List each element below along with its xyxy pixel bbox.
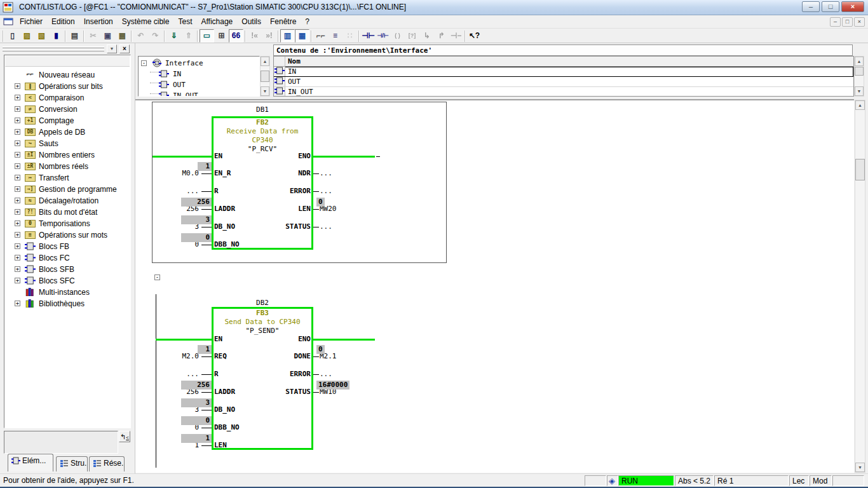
expand-icon[interactable]: + [15,278,20,283]
copy-icon[interactable]: ▣ [100,29,115,43]
sidebar-item-multi-instances[interactable]: Multi-instances [4,287,130,298]
cut-icon[interactable]: ✂ [86,29,100,43]
menu-affichage[interactable]: Affichage [196,15,237,29]
expand-icon[interactable]: + [15,232,20,238]
editor-scroll-track[interactable]: ▲▼ [855,100,865,473]
sidebar-item-appels-de-db[interactable]: +DBAppels de DB [4,126,130,138]
address-toggle-icon[interactable]: ▭ [200,29,214,43]
program-elements-icon[interactable]: ≡ [328,29,342,43]
mdi-restore-button[interactable]: □ [842,17,853,27]
sidebar-item-transfert[interactable]: +↦Transfert [4,172,130,184]
open-branch-icon[interactable]: ↳ [419,29,434,43]
collapse-box[interactable]: - [141,60,147,66]
scroll-down-icon[interactable]: ▼ [855,463,865,472]
mdi-close-button[interactable]: × [854,17,865,27]
menu-fichier[interactable]: Fichier [15,15,47,29]
expand-icon[interactable]: + [15,152,20,158]
contact-nc-icon[interactable]: ⊣/⊢ [376,29,390,43]
expand-icon[interactable]: + [15,106,20,112]
menu-syst-me-cible[interactable]: Système cible [118,15,174,29]
pane-dropdown-button[interactable]: ▼ [107,44,117,53]
sidebar-item-nombres-r-els[interactable]: +±RNombres réels [4,161,130,172]
interface-root-row[interactable]: - Interface [139,58,259,69]
detail-view-icon[interactable]: ▦ [295,29,309,43]
tab-stru[interactable]: Stru... [56,456,88,471]
close-branch-icon[interactable]: ↱ [434,29,449,43]
help-select-icon[interactable]: ↖? [467,29,482,43]
previous-error-icon[interactable]: !« [247,29,262,43]
expand-icon[interactable]: + [15,186,20,192]
overview-icon[interactable]: ▥ [280,29,295,43]
sidebar-item-op-rations-sur-mots[interactable]: +≡Opérations sur mots [4,229,130,241]
sidebar-item-temporisations[interactable]: +ΘTemporisations [4,218,130,229]
expand-icon[interactable]: + [15,266,20,272]
scroll-thumb[interactable] [261,71,269,82]
open-online-icon[interactable]: ▧ [34,29,49,43]
expand-icon[interactable]: + [15,140,20,146]
sidebar-item-comparaison[interactable]: +<Comparaison [4,92,130,104]
next-error-icon[interactable]: »! [262,29,276,43]
interface-scroll-track[interactable]: ▲▼ [260,56,270,97]
menu-insertion[interactable]: Insertion [79,15,118,29]
empty-network-icon[interactable]: ∷ [342,29,357,43]
sidebar-item-gestion-de-programme[interactable]: +→]Gestion de programme [4,184,130,195]
scroll-up-icon[interactable]: ▲ [261,57,269,66]
network-2[interactable]: -DB2FB3Send Data to CP340"P_SEND"ENENORE… [135,100,854,473]
db-label[interactable]: DB2 [212,299,313,307]
sidebar-item-blocs-sfc[interactable]: +Blocs SFC [4,275,130,287]
save-icon[interactable]: ▮ [49,29,64,43]
sidebar-item-blocs-fb[interactable]: +Blocs FB [4,241,130,252]
tab-el-m[interactable]: Elém... [8,454,53,471]
interface-item-out[interactable]: OUT [139,80,259,91]
restore-button[interactable]: □ [822,1,839,12]
contact-no-icon[interactable]: ⊣⊢ [361,29,376,43]
scroll-up-icon[interactable]: ▲ [855,100,865,110]
operand-req[interactable]: M2.0 [135,352,199,360]
expand-icon[interactable]: + [15,243,20,249]
expand-icon[interactable]: + [15,255,20,261]
expand-icon[interactable]: + [15,129,20,135]
sidebar-item-sauts[interactable]: +↪Sauts [4,138,130,149]
close-button[interactable]: × [841,1,864,12]
sidebar-item-nombres-entiers[interactable]: +±INombres entiers [4,149,130,161]
expand-icon[interactable]: + [15,163,20,169]
menu-[interactable]: ? [301,15,314,29]
minimize-button[interactable]: – [802,1,820,12]
menu-fen-tre[interactable]: Fenêtre [266,15,301,29]
table-row-out[interactable]: OUT [274,77,853,87]
table-scroll-track[interactable]: ▲▼ [854,56,864,97]
description-expand-button[interactable]: ↰< [119,431,130,442]
expand-icon[interactable]: + [15,220,20,226]
new-icon[interactable]: ▯ [5,29,20,43]
sidebar-item-blocs-sfb[interactable]: +Blocs SFB [4,264,130,275]
coil-icon[interactable]: ( ) [390,29,405,43]
pane-close-button[interactable]: × [119,44,130,53]
sidebar-item-op-rations-sur-bits[interactable]: +∥Opérations sur bits [4,81,130,92]
scroll-thumb[interactable] [855,159,865,180]
pane-grip2[interactable] [3,50,104,51]
expand-icon[interactable]: + [15,175,20,180]
sidebar-item-bits-du-mot-d-tat[interactable]: +?!Bits du mot d'état [4,207,130,218]
monitor-icon[interactable]: 66 [229,29,243,43]
mdi-minimize-button[interactable]: – [830,17,841,27]
sidebar-item-blocs-fc[interactable]: +Blocs FC [4,252,130,264]
interface-item-in[interactable]: IN [139,69,259,80]
redo-icon[interactable]: ↷ [148,29,163,43]
expand-icon[interactable]: + [15,95,20,100]
table-row-in-out[interactable]: IN_OUT [274,87,853,97]
scroll-down-icon[interactable]: ▼ [855,86,864,96]
empty-box-icon[interactable]: [?] [405,29,419,43]
download-icon[interactable]: ⇓ [166,29,181,43]
horizontal-line-icon[interactable]: ⊣− [449,29,463,43]
sidebar-item-nouveau-r-seau[interactable]: ⌐⌐Nouveau réseau [4,69,130,81]
sidebar-item-conversion[interactable]: +⇄Conversion [4,104,130,115]
lad-editor[interactable]: DB1FB2Receive Data fromCP340"P_RCV"ENENO… [135,99,854,473]
expand-icon[interactable]: + [15,209,20,215]
expand-icon[interactable]: + [15,118,20,123]
menu-outils[interactable]: Outils [237,15,266,29]
open-icon[interactable]: ▨ [20,29,34,43]
expand-icon[interactable]: + [15,301,20,306]
pane-grip[interactable] [3,46,104,48]
sidebar-item-d-calage-rotation[interactable]: +⇆Décalage/rotation [4,195,130,207]
scroll-down-icon[interactable]: ▼ [261,86,269,96]
